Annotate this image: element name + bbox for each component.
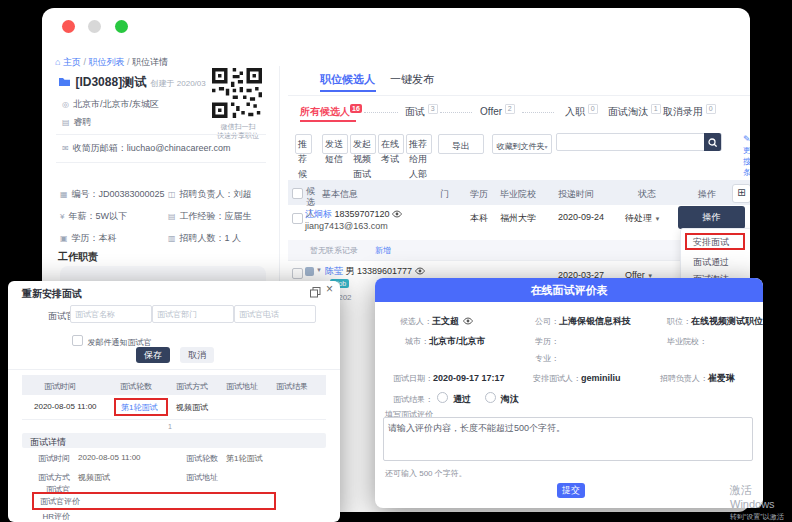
fail-label[interactable]: 淘汰 [501, 394, 519, 404]
row1-action-button[interactable]: 操作 [678, 206, 745, 229]
annotation-box: 面试官评价 [32, 492, 276, 510]
caret-down-icon: ▼ [655, 216, 661, 222]
col-apply-date: 投递时间 [558, 188, 594, 201]
expand-icon[interactable] [310, 287, 321, 298]
row1-date: 2020-09-24 [558, 212, 604, 222]
doc-icon: ▥ [168, 234, 176, 243]
candidate-name-link[interactable]: 江炯标 [305, 209, 332, 219]
comment-textarea[interactable] [383, 417, 753, 461]
job-company: 睿聘 [74, 117, 92, 127]
start-video-interview-button[interactable]: 发起视频面试 [350, 134, 376, 154]
folder-icon [58, 76, 71, 87]
menu-item-schedule-interview[interactable]: 安排面试 [693, 236, 743, 249]
close-icon[interactable]: × [326, 282, 333, 296]
more-filters-button[interactable]: ✎ 更多搜索条件 [743, 134, 750, 178]
subtab-offer[interactable]: Offer 2 [480, 104, 515, 117]
expand-row-icon[interactable]: ▼ [316, 267, 322, 273]
recommend-to-dept-button[interactable]: 推荐给用人部门 [406, 134, 432, 154]
modal-title: 重新安排面试 [22, 287, 82, 301]
job-location-row: ◎北京市/北京市/东城区 [62, 98, 159, 111]
annotation-box: 安排面试 [685, 233, 745, 250]
location-icon: ◎ [62, 100, 69, 109]
row1-status-dropdown[interactable]: 待处理 ▼ [625, 212, 660, 225]
notify-checkbox[interactable] [72, 335, 83, 346]
pass-radio[interactable] [437, 392, 448, 403]
row1-checkbox[interactable] [292, 213, 303, 224]
round-time: 2020-08-05 11:00 [34, 402, 97, 411]
job-owner-field: ◫招聘负责人：刘超 [168, 188, 252, 201]
menu-item-interview-pass[interactable]: 面试通过 [693, 256, 729, 269]
col-basic-info: 基本信息 [322, 188, 358, 201]
watermark-line1: 激活 Windows [730, 483, 792, 510]
candidate-name-link[interactable]: 陈莹 [325, 266, 343, 276]
th-result: 面试结果 [276, 381, 308, 392]
job-count-field: ▥招聘人数：1 人 [168, 232, 241, 245]
toolbar: 推荐候选人 发送短信 发起视频面试 在线考试 推荐给用人部门 导出 收藏到文件夹… [288, 132, 750, 182]
subtab-all-candidates[interactable]: 所有候选人16 [300, 104, 362, 119]
add-contact-link[interactable]: 新增 [375, 245, 391, 256]
row2-checkbox[interactable] [292, 268, 303, 279]
tab-publish[interactable]: 一键发布 [390, 72, 434, 87]
subtab-interview[interactable]: 面试 3 [405, 104, 438, 119]
subtab-rejected[interactable]: 面试淘汰 1 [608, 104, 661, 119]
col-school: 毕业院校 [500, 188, 536, 201]
id-icon: ▦ [60, 190, 68, 199]
person-icon: ◫ [168, 190, 176, 199]
export-button[interactable]: 导出 [438, 134, 484, 154]
row2-name-cell: 陈莹 男 13389601777 [325, 265, 425, 278]
fail-radio[interactable] [485, 392, 496, 403]
pass-label[interactable]: 通过 [453, 394, 471, 404]
detail-band [22, 433, 326, 448]
save-button[interactable]: 保存 [136, 347, 170, 363]
breadcrumb-home[interactable]: 主页 [63, 57, 81, 67]
pagination[interactable]: 1 [168, 423, 172, 430]
eye-icon[interactable] [463, 317, 473, 325]
divider [288, 95, 750, 96]
eye-icon[interactable] [392, 210, 402, 218]
maximize-window-icon[interactable] [115, 20, 128, 33]
round-method: 视频面试 [176, 402, 208, 413]
detail-title: 面试详情 [30, 436, 66, 449]
detail-method-value: 视频面试 [78, 472, 110, 483]
tab-candidates[interactable]: 职位候选人 [320, 72, 375, 87]
submit-button[interactable]: 提交 [557, 483, 585, 498]
resume-doc-icon[interactable] [305, 267, 314, 276]
field-city: 城市：北京市/北京市 [405, 330, 486, 348]
search-input[interactable] [556, 133, 722, 151]
field-major: 专业： [535, 347, 559, 365]
mail-icon: ✉ [62, 144, 69, 153]
eye-icon[interactable] [415, 267, 425, 275]
col-door: 门 [440, 188, 449, 201]
home-icon[interactable]: ⌂ [55, 57, 60, 67]
pipeline-connector [522, 112, 554, 114]
recommend-candidate-button[interactable]: 推荐候选人 [295, 134, 312, 154]
subtab-cancelled[interactable]: 取消录用 0 [663, 104, 716, 119]
detail-time-label: 面试时间 [22, 453, 70, 464]
cancel-button[interactable]: 取消 [180, 347, 214, 363]
send-sms-button[interactable]: 发送短信 [322, 134, 348, 154]
subtab-onboard[interactable]: 入职 0 [565, 104, 598, 119]
detail-round-label: 面试轮数 [178, 453, 218, 464]
pipeline-connector [364, 112, 398, 114]
breadcrumb-job-list[interactable]: 职位列表 [89, 57, 125, 67]
breadcrumb-sep: / [83, 57, 86, 67]
interviewer-dept-input[interactable] [152, 305, 234, 323]
favorite-folder-dropdown[interactable]: 收藏到文件夹▾ [492, 134, 552, 154]
select-all-checkbox[interactable] [292, 188, 303, 199]
grid-icon: ⊞ [737, 187, 745, 198]
search-button[interactable] [704, 133, 721, 151]
notify-label: 发邮件通知面试官 [87, 338, 151, 347]
breadcrumb-sep: / [127, 57, 130, 67]
interviewer-phone-input[interactable] [234, 305, 316, 323]
tab-underline [320, 90, 376, 92]
degree-icon: ▣ [60, 234, 68, 243]
round-link[interactable]: 第1轮面试 [121, 402, 166, 413]
column-settings-button[interactable]: ⊞ [732, 184, 750, 203]
online-exam-button[interactable]: 在线考试 [378, 134, 404, 154]
detail-eval-label: 面试官评价 [40, 496, 274, 507]
minimize-window-icon[interactable] [88, 20, 101, 33]
badge-onboard: 0 [588, 104, 598, 114]
screen: ⌂ 主页 / 职位列表 / 职位详情 [ID3088]测试 创建于 2020/0… [0, 0, 792, 522]
interviewer-name-input[interactable] [70, 305, 152, 323]
close-window-icon[interactable] [62, 20, 75, 33]
